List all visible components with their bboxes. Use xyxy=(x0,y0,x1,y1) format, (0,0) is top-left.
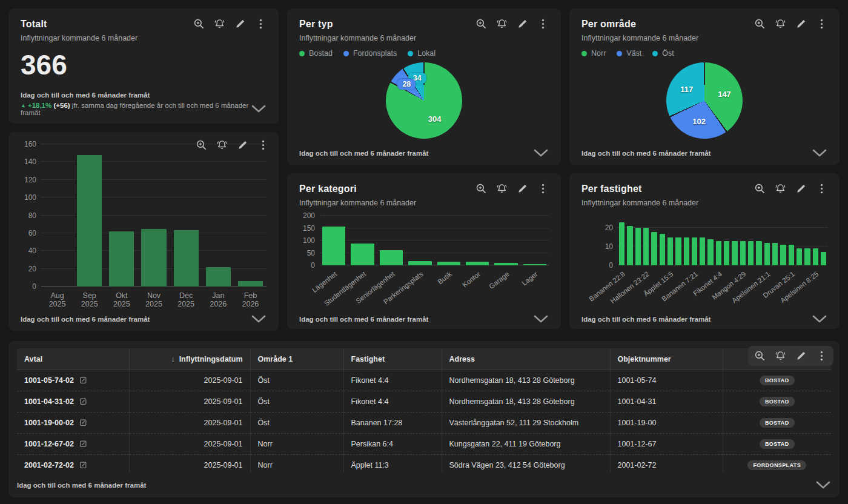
column-header-objektnummer[interactable]: Objektnummer xyxy=(610,348,723,370)
bar[interactable] xyxy=(660,234,665,265)
notifications-icon[interactable] xyxy=(216,139,228,151)
chevron-down-icon[interactable] xyxy=(251,315,267,323)
more-options-icon[interactable] xyxy=(816,18,827,30)
bar[interactable] xyxy=(322,227,345,265)
bar[interactable] xyxy=(675,237,681,265)
bar[interactable] xyxy=(732,241,737,265)
edit-icon[interactable] xyxy=(795,18,807,30)
bar[interactable] xyxy=(77,155,102,287)
chevron-down-icon[interactable] xyxy=(533,149,549,158)
bar[interactable] xyxy=(789,245,794,265)
bar[interactable] xyxy=(716,241,721,265)
bar[interactable] xyxy=(206,267,231,287)
zoom-in-icon[interactable] xyxy=(475,18,487,30)
bar[interactable] xyxy=(804,248,810,265)
table-row[interactable]: 1001-04-31-022025-09-01ÖstFikonet 4:4Nor… xyxy=(17,391,831,413)
bar[interactable] xyxy=(740,241,746,265)
chevron-down-icon[interactable] xyxy=(815,481,831,489)
bar[interactable] xyxy=(707,239,713,265)
bar[interactable] xyxy=(764,243,770,265)
notifications-icon[interactable] xyxy=(775,18,786,30)
pie-chart[interactable]: 147102117 xyxy=(666,62,743,139)
bar[interactable] xyxy=(780,245,786,265)
notifications-icon[interactable] xyxy=(214,18,225,30)
edit-icon[interactable] xyxy=(234,18,246,30)
table-viewport[interactable]: Avtal↓InflyttningsdatumOmråde 1Fastighet… xyxy=(17,348,831,472)
legend-item[interactable]: Öst xyxy=(652,49,674,58)
edit-icon[interactable] xyxy=(795,350,807,362)
open-contract-icon[interactable] xyxy=(79,461,87,469)
column-header-inflyttningsdatum[interactable]: ↓Inflyttningsdatum xyxy=(129,348,250,370)
legend-item[interactable]: Lokal xyxy=(408,49,436,58)
bar[interactable] xyxy=(619,222,624,265)
zoom-in-icon[interactable] xyxy=(754,350,766,362)
bar[interactable] xyxy=(756,241,761,265)
zoom-in-icon[interactable] xyxy=(475,183,487,194)
table-row[interactable]: 1001-19-00-022025-09-01ÖstBananen 17:28V… xyxy=(17,413,831,434)
more-options-icon[interactable] xyxy=(537,18,549,30)
bar[interactable] xyxy=(724,241,729,265)
table-row[interactable]: 1001-12-67-022025-09-01NorrPersikan 6:4K… xyxy=(17,434,831,455)
zoom-in-icon[interactable] xyxy=(196,139,207,151)
column-header-område-1[interactable]: Område 1 xyxy=(250,348,343,370)
table-row[interactable]: 2001-02-72-022025-09-01NorrÄpplet 11:3Sö… xyxy=(17,455,831,473)
notifications-icon[interactable] xyxy=(775,183,786,194)
bar[interactable] xyxy=(437,262,460,265)
more-options-icon[interactable] xyxy=(255,18,267,30)
zoom-in-icon[interactable] xyxy=(193,18,205,30)
notifications-icon[interactable] xyxy=(775,350,786,362)
bar[interactable] xyxy=(380,250,403,265)
more-options-icon[interactable] xyxy=(537,183,549,194)
bar[interactable] xyxy=(772,243,778,265)
table-row[interactable]: 1001-05-74-022025-09-01ÖstFikonet 4:4Nor… xyxy=(17,370,831,391)
bar[interactable] xyxy=(627,226,632,265)
edit-icon[interactable] xyxy=(795,183,807,194)
bar[interactable] xyxy=(700,237,705,265)
bar[interactable] xyxy=(821,252,826,265)
notifications-icon[interactable] xyxy=(496,183,508,194)
zoom-in-icon[interactable] xyxy=(754,183,766,194)
bar[interactable] xyxy=(174,230,199,287)
edit-icon[interactable] xyxy=(517,18,528,30)
chevron-down-icon[interactable] xyxy=(533,315,549,323)
more-options-icon[interactable] xyxy=(816,183,827,194)
open-contract-icon[interactable] xyxy=(79,397,87,405)
bar[interactable] xyxy=(523,264,546,265)
column-header-adress[interactable]: Adress xyxy=(442,348,610,370)
chevron-down-icon[interactable] xyxy=(812,149,827,158)
edit-icon[interactable] xyxy=(237,139,248,151)
more-options-icon[interactable] xyxy=(257,139,269,151)
bar[interactable] xyxy=(141,229,166,287)
bar[interactable] xyxy=(797,248,802,265)
bar[interactable] xyxy=(651,232,657,266)
chevron-down-icon[interactable] xyxy=(812,315,827,323)
legend-item[interactable]: Fordonsplats xyxy=(343,49,397,58)
bar[interactable] xyxy=(692,237,697,265)
legend-item[interactable]: Bostad xyxy=(299,49,333,58)
edit-icon[interactable] xyxy=(517,183,528,194)
bar[interactable] xyxy=(238,281,263,287)
bar[interactable] xyxy=(813,248,818,265)
bar[interactable] xyxy=(408,261,431,265)
open-contract-icon[interactable] xyxy=(79,440,87,448)
pie-chart[interactable]: 3042834 xyxy=(386,62,462,139)
bar[interactable] xyxy=(494,263,517,266)
column-header-fastighet[interactable]: Fastighet xyxy=(343,348,442,370)
notifications-icon[interactable] xyxy=(496,18,508,30)
bar[interactable] xyxy=(351,244,374,265)
bar[interactable] xyxy=(109,231,134,287)
bar[interactable] xyxy=(635,228,641,265)
more-options-icon[interactable] xyxy=(816,350,827,362)
bar[interactable] xyxy=(684,237,689,265)
bar[interactable] xyxy=(466,262,489,265)
bar[interactable] xyxy=(748,241,754,265)
bar[interactable] xyxy=(667,237,673,265)
column-header-avtal[interactable]: Avtal xyxy=(17,348,129,370)
legend-item[interactable]: Norr xyxy=(581,49,606,58)
chevron-down-icon[interactable] xyxy=(251,105,267,113)
bar[interactable] xyxy=(643,228,649,265)
zoom-in-icon[interactable] xyxy=(754,18,766,30)
open-contract-icon[interactable] xyxy=(79,419,87,426)
legend-item[interactable]: Väst xyxy=(617,49,641,58)
open-contract-icon[interactable] xyxy=(79,376,87,384)
